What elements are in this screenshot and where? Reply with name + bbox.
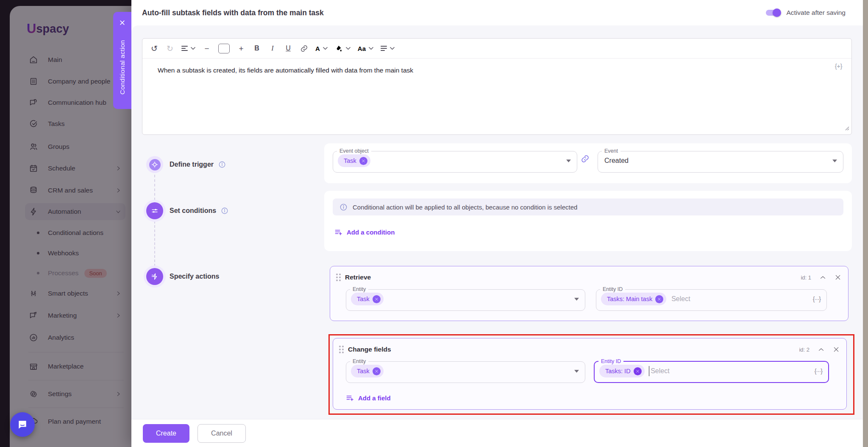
conditional-action-panel: Auto-fill subtask fields with data from … [131,0,863,447]
align-left-icon [381,46,387,51]
toggle-knob [773,8,781,17]
activate-after-saving-row: Activate after saving [766,0,846,25]
info-icon[interactable] [218,161,226,168]
align-dropdown[interactable] [381,46,395,51]
set-conditions-step-icon [146,202,163,219]
activate-toggle[interactable] [766,10,780,16]
chevron-down-icon [191,47,195,50]
app-root: Uspacy Main Company and people Communica… [0,0,868,447]
increase-font-button[interactable]: + [237,42,245,54]
conditional-action-tab[interactable]: Conditional action [113,12,131,109]
font-color-dropdown[interactable]: A [315,45,328,52]
chevron-down-icon [346,47,351,50]
playlist-add-icon [334,228,342,236]
text-cursor [649,366,650,376]
close-icon[interactable] [833,346,840,353]
event-select[interactable]: Event Created [598,148,843,173]
close-icon[interactable] [113,17,131,28]
create-button[interactable]: Create [143,424,189,443]
link-button[interactable] [300,42,308,54]
dropdown-arrow-icon[interactable] [574,298,579,301]
paragraph-format-icon [181,46,188,51]
highlight-color-dropdown[interactable] [335,45,351,53]
highlight-red-box: Change fields id: 2 Entity Task [328,334,854,415]
paragraph-format-dropdown[interactable] [181,46,195,51]
specify-actions-row: Specify actions [170,268,219,285]
text-style-dropdown[interactable]: Aa [358,45,373,52]
insert-variable-button[interactable]: {+} [835,62,842,70]
description-text[interactable]: When a subtask is created, its fields ar… [158,67,818,74]
chat-launcher-button[interactable] [10,412,35,437]
chevron-down-icon [369,47,373,50]
link-fields-icon[interactable] [581,154,590,165]
action-card-change-fields: Change fields id: 2 Entity Task [333,338,847,410]
drag-handle[interactable] [336,274,341,281]
braces-variable-icon[interactable]: {···} [815,368,822,374]
task-chip: Task [351,293,384,305]
add-field-link[interactable]: Add a field [346,394,391,402]
change-fields-card-header: Change fields id: 2 [339,344,840,355]
description-editor: ↺ ↻ − + B I U A [142,38,852,135]
info-icon [339,203,348,211]
panel-footer: Create Cancel [131,419,863,447]
chip-remove-icon[interactable] [634,367,642,375]
editor-toolbar: ↺ ↻ − + B I U A [142,39,851,59]
event-object-select[interactable]: Event object Task [333,148,577,173]
step-connector [154,221,155,266]
entity-id-select-focused[interactable]: Entity ID Tasks: ID Select {···} [594,359,829,383]
page-title: Auto-fill subtask fields with data from … [142,0,324,25]
info-icon[interactable] [221,207,228,215]
add-condition-link[interactable]: Add a condition [334,228,395,236]
define-trigger-step-icon [146,156,163,173]
fill-color-icon [335,45,343,53]
close-icon[interactable] [835,274,841,281]
scrollbar[interactable] [863,0,868,447]
panel-body: ↺ ↻ − + B I U A [131,25,863,447]
activate-toggle-label: Activate after saving [786,9,846,17]
dropdown-arrow-icon[interactable] [832,159,837,162]
chevron-down-icon [390,47,395,50]
set-conditions-row: Set conditions [170,202,228,219]
chip-remove-icon[interactable] [373,367,381,375]
braces-variable-icon[interactable]: {···} [813,296,821,302]
underline-button[interactable]: U [284,42,292,54]
dropdown-arrow-icon[interactable] [566,159,571,162]
entity-select[interactable]: Entity Task [346,287,585,311]
chat-bubble-icon [17,419,28,430]
collapse-icon[interactable] [818,346,824,353]
select-placeholder: Select [671,295,690,303]
bold-button[interactable]: B [253,42,261,54]
entity-id-select[interactable]: Entity ID Tasks: Main task Select {···} [596,287,827,311]
conditions-card: Conditional action will be applied to al… [324,191,852,251]
card-id-label: id: 2 [799,346,810,353]
chip-remove-icon[interactable] [655,295,663,303]
tab-label: Conditional action [113,31,131,103]
chip-remove-icon[interactable] [373,295,381,303]
select-placeholder: Select [651,367,669,375]
dropdown-arrow-icon[interactable] [574,370,579,373]
cancel-button[interactable]: Cancel [198,424,246,443]
panel-header: Auto-fill subtask fields with data from … [131,0,863,25]
event-value: Created [604,157,629,165]
font-size-box[interactable] [218,42,230,54]
undo-button[interactable]: ↺ [150,42,159,54]
task-chip: Task [338,154,370,167]
entity-select[interactable]: Entity Task [346,359,585,383]
chip-remove-icon[interactable] [359,157,367,165]
conditions-info-banner: Conditional action will be applied to al… [333,198,843,215]
define-trigger-row: Define trigger [170,156,226,173]
italic-button[interactable]: I [268,42,277,54]
task-chip: Task [351,365,384,377]
scrollbar-thumb[interactable] [863,0,868,447]
redo-button[interactable]: ↻ [166,42,174,54]
collapse-icon[interactable] [820,274,826,281]
decrease-font-button[interactable]: − [203,42,211,54]
tasks-main-task-chip: Tasks: Main task [601,293,666,305]
playlist-add-icon [346,394,354,402]
drag-handle[interactable] [339,346,344,353]
font-size-box-icon [218,44,230,53]
action-card-retrieve: Retrieve id: 1 Entity Task [330,266,849,321]
modal-backdrop[interactable] [0,0,131,447]
resize-handle[interactable] [844,125,849,132]
trigger-card: Event object Task Event Create [324,143,852,183]
